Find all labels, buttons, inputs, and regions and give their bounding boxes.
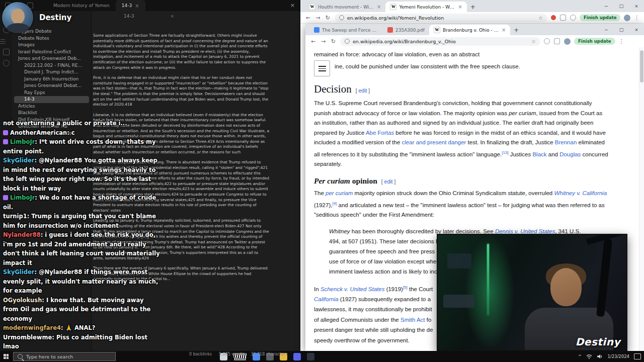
site-info-icon[interactable] (345, 39, 350, 44)
toc-menu-button[interactable] (314, 60, 330, 76)
pane-close-icon[interactable]: × (170, 11, 174, 21)
finish-update-button[interactable]: Finish update (574, 38, 615, 45)
action-center-icon[interactable] (634, 353, 641, 359)
media-app-icon[interactable] (307, 353, 314, 360)
bookmark-star-icon[interactable]: ☆ (538, 15, 543, 21)
browser-tab[interactable]: WYemeni Revolution - Wikipedia× (385, 2, 466, 12)
address-bar[interactable]: en.wikipedia.org/wiki/Yemeni_Revolution … (335, 14, 547, 22)
tree-item[interactable]: Jones Greenwald Debat... (12, 82, 91, 89)
finish-update-button[interactable]: Finish update (580, 14, 621, 21)
close-button[interactable]: × (629, 24, 644, 35)
chat-username[interactable]: Nylander88 (3, 231, 41, 238)
chat-username[interactable]: SkyGlider (3, 268, 34, 276)
backlinks-count[interactable]: 0 backlinks (189, 352, 212, 356)
article-fragment-line: ine, could be punished under law consist… (335, 60, 520, 71)
new-tab-button[interactable]: + (514, 27, 519, 33)
extension-icon[interactable] (554, 38, 560, 44)
chat-username[interactable]: Urmomblewme (3, 334, 52, 341)
chat-username[interactable]: SkyGlider (3, 157, 34, 164)
browser-menu-icon[interactable]: ⋮ (619, 38, 624, 45)
taskbar-search[interactable]: Type here to search (13, 352, 116, 361)
text-segment: Smith Act (400, 317, 425, 323)
extension-icon[interactable] (560, 15, 566, 21)
obsidian-tab[interactable]: 14-3× (116, 0, 145, 11)
wifi-icon[interactable] (586, 354, 592, 359)
scrollbar[interactable] (639, 47, 644, 351)
tree-item[interactable]: Donald J. Trump Indict... (12, 69, 91, 76)
chat-colon: : (67, 129, 71, 136)
chat-username[interactable]: LimboJr (10, 194, 35, 201)
extension-icon[interactable] (570, 15, 576, 21)
new-tab-button[interactable]: + (470, 4, 475, 10)
forward-icon[interactable]: → (320, 38, 327, 45)
tree-item[interactable]: 2022.12.002 - FINAL RE... (12, 62, 91, 69)
bookmarks-icon[interactable] (0, 39, 6, 44)
tree-item[interactable]: Blacklist (12, 110, 91, 117)
command-icon[interactable] (3, 60, 10, 66)
maximize-button[interactable]: □ (614, 0, 629, 12)
browser-menu-icon[interactable]: ⋮ (634, 15, 639, 21)
site-info-icon[interactable] (339, 15, 344, 20)
tab-close-icon[interactable]: × (458, 4, 462, 10)
tree-item[interactable]: Debate Notes (12, 35, 91, 42)
minimize-button[interactable]: − (599, 0, 614, 12)
tree-item[interactable]: Israel Palestine Conflict (12, 49, 91, 56)
reload-icon[interactable]: ↻ (330, 38, 337, 45)
extension-icon[interactable] (544, 38, 550, 44)
per-curiam-paragraph[interactable]: The per curiam majority opinion struck d… (314, 189, 610, 220)
tab-close-icon[interactable]: × (377, 4, 381, 10)
browser-tab[interactable]: WBrandenburg v. Ohio - Wikipe...× (429, 25, 510, 35)
chat-text: Piss co admitting Biden lost (56, 334, 147, 341)
chat-username[interactable]: turnip1 (3, 213, 27, 220)
edit-link[interactable]: edit (384, 178, 393, 185)
profile-icon[interactable] (624, 15, 630, 21)
window-close-icon[interactable]: × (290, 0, 295, 11)
tree-item[interactable]: January 6th Insurrection (12, 76, 91, 83)
tab-close-icon[interactable]: × (135, 3, 139, 9)
chat-username[interactable]: OGyolokush (3, 297, 42, 304)
bookmark-star-icon[interactable]: ☆ (531, 39, 536, 44)
chat-app-icon[interactable] (293, 353, 301, 360)
text-segment: per curiam (326, 190, 353, 196)
minimize-button[interactable]: − (599, 24, 614, 35)
back-icon[interactable]: ← (310, 38, 316, 45)
graph-icon[interactable] (3, 49, 10, 55)
tree-item[interactable]: Jones and Greenwald Deb... (12, 55, 91, 62)
text-segment: In (314, 286, 320, 292)
text-segment: and articulated a new test – the "immine… (314, 202, 605, 218)
reload-icon[interactable]: ↻ (325, 15, 331, 21)
profile-icon[interactable] (564, 38, 571, 45)
maximize-button[interactable]: □ (614, 24, 629, 35)
address-bar[interactable]: en.wikipedia.org/wiki/Brandenburg_v._Ohi… (340, 37, 540, 46)
recording-extension-icon[interactable] (551, 15, 556, 20)
search-icon (18, 354, 23, 359)
tree-item[interactable]: Images (12, 42, 91, 49)
back-icon[interactable]: ← (305, 15, 311, 21)
obsidian-tab[interactable]: Modern history of Yemen (47, 0, 116, 11)
volume-icon[interactable] (597, 354, 603, 359)
tree-item[interactable]: Ray Epps (12, 89, 91, 97)
shelf-item (447, 253, 471, 268)
start-button[interactable] (0, 354, 12, 359)
chat-username[interactable]: LimboJr (10, 138, 35, 145)
text-segment: test. In finalizing the draft, Justice (466, 139, 554, 145)
tree-item[interactable]: 14-3 (14, 96, 89, 103)
led-strip (487, 244, 489, 315)
tray-chevron-icon[interactable]: ^ (578, 354, 582, 359)
chat-message: SkyGlider: @Nylander88 You gotta always … (3, 156, 160, 193)
browser-tab[interactable]: 235A300.pdf (383, 25, 429, 35)
chat-username[interactable]: AnotherAmerican (10, 129, 67, 136)
close-button[interactable]: × (629, 0, 644, 12)
edit-link[interactable]: edit (359, 87, 367, 94)
chat-username[interactable]: modernwingfare4 (3, 324, 61, 331)
forward-icon[interactable]: → (315, 15, 321, 21)
tree-item[interactable]: Articles (12, 103, 91, 110)
tab-close-icon[interactable]: × (502, 27, 506, 33)
edit-section: [ edit ] (356, 87, 370, 94)
browser-tab[interactable]: The Sweep and Force of Sectio... (309, 25, 383, 35)
decision-paragraph[interactable]: The U.S. Supreme Court reversed Brandenb… (314, 99, 610, 169)
browser-tab[interactable]: WHouthi movement - Wikipedia× (304, 2, 385, 12)
taskbar-clock[interactable]: 1/23/2024 (607, 354, 629, 359)
url-text: en.wikipedia.org/wiki/Yemeni_Revolution (347, 15, 444, 21)
scrollbar-thumb[interactable] (640, 50, 643, 82)
